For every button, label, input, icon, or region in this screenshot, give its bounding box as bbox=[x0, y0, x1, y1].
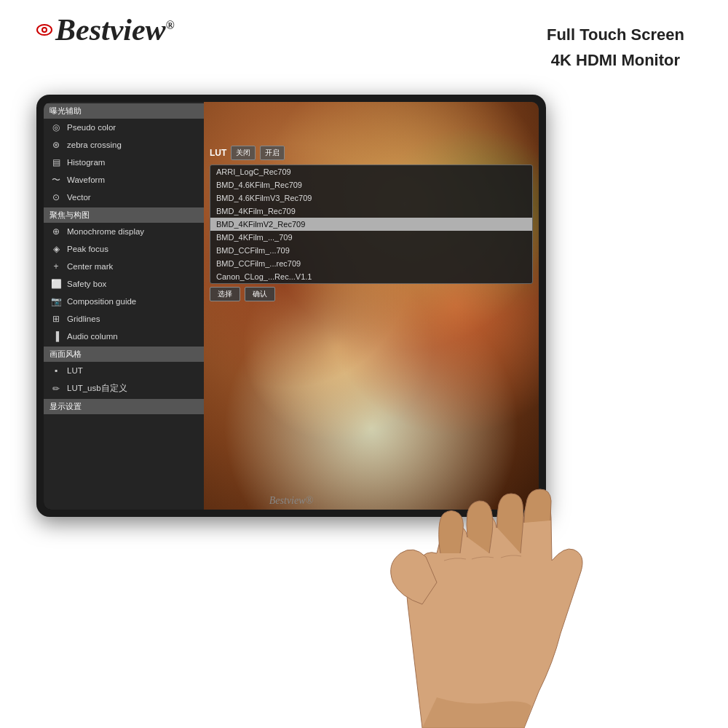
lut-item-4[interactable]: BMD_4KFilmV2_Rec709 bbox=[210, 218, 532, 231]
menu-item-gridlines[interactable]: ⊞ Gridlines bbox=[44, 310, 204, 328]
pseudo-color-icon: ◎ bbox=[51, 122, 61, 132]
lut-item-1[interactable]: BMD_4.6KFilm_Rec709 bbox=[210, 178, 532, 191]
lut-item-5[interactable]: BMD_4KFilm_..._709 bbox=[210, 231, 532, 244]
safety-box-icon: ⬜ bbox=[51, 279, 61, 289]
vector-icon: ⊙ bbox=[51, 192, 61, 202]
menu-item-zebra[interactable]: ⊛ zebra crossing bbox=[44, 136, 204, 154]
monitor-body: 曝光辅助 ◎ Pseudo color ⊛ zebra crossing ▤ H… bbox=[36, 95, 546, 517]
svg-point-2 bbox=[43, 28, 46, 31]
menu-item-peak-focus[interactable]: ◈ Peak focus bbox=[44, 240, 204, 258]
lut-overlay-panel: LUT 关闭 开启 ARRI_LogC_Rec709 BMD_4.6KFilm_… bbox=[204, 142, 539, 305]
waveform-icon: 〜 bbox=[51, 175, 61, 185]
menu-section-exposure: 曝光辅助 bbox=[44, 103, 204, 119]
audio-icon: ▐ bbox=[51, 331, 61, 341]
monochrome-icon: ⊕ bbox=[51, 226, 61, 237]
menu-section-focus: 聚焦与构图 bbox=[44, 207, 204, 223]
lut-icon: ▪ bbox=[51, 365, 61, 376]
product-description: Full Touch Screen 4K HDMI Monitor bbox=[547, 22, 684, 73]
lut-confirm-button[interactable]: 确认 bbox=[245, 287, 275, 301]
menu-section-display: 显示设置 bbox=[44, 399, 204, 414]
menu-item-pseudo-color[interactable]: ◎ Pseudo color bbox=[44, 119, 204, 136]
product-line1: Full Touch Screen bbox=[547, 22, 684, 47]
lut-panel-label: LUT bbox=[210, 148, 226, 158]
monitor-brand-label: Bestview® bbox=[269, 495, 313, 507]
lut-item-6[interactable]: BMD_CCFilm_...709 bbox=[210, 244, 532, 257]
lut-off-button[interactable]: 关闭 bbox=[231, 146, 256, 160]
lut-usb-icon: ✏ bbox=[51, 384, 61, 394]
monitor-container: 曝光辅助 ◎ Pseudo color ⊛ zebra crossing ▤ H… bbox=[36, 95, 546, 517]
lut-select-button[interactable]: 选择 bbox=[210, 287, 240, 301]
menu-item-safety-box[interactable]: ⬜ Safety box bbox=[44, 275, 204, 293]
brand-name: Bestview® bbox=[55, 15, 175, 45]
lut-on-button[interactable]: 开启 bbox=[260, 146, 285, 160]
lut-item-0[interactable]: ARRI_LogC_Rec709 bbox=[210, 165, 532, 178]
menu-item-composition[interactable]: 📷 Composition guide bbox=[44, 293, 204, 310]
eye-icon bbox=[36, 23, 52, 36]
lut-item-2[interactable]: BMD_4.6KFilmV3_Rec709 bbox=[210, 191, 532, 205]
menu-item-lut-usb[interactable]: ✏ LUT_usb自定义 bbox=[44, 379, 204, 397]
lut-item-7[interactable]: BMD_CCFilm_...rec709 bbox=[210, 257, 532, 270]
menu-item-audio[interactable]: ▐ Audio column bbox=[44, 328, 204, 345]
content-area: LUT 关闭 开启 ARRI_LogC_Rec709 BMD_4.6KFilm_… bbox=[204, 102, 539, 510]
menu-panel: 曝光辅助 ◎ Pseudo color ⊛ zebra crossing ▤ H… bbox=[44, 102, 204, 510]
composition-icon: 📷 bbox=[51, 296, 61, 306]
menu-item-vector[interactable]: ⊙ Vector bbox=[44, 189, 204, 206]
lut-list: ARRI_LogC_Rec709 BMD_4.6KFilm_Rec709 BMD… bbox=[210, 165, 533, 284]
menu-item-waveform[interactable]: 〜 Waveform bbox=[44, 171, 204, 189]
gridlines-icon: ⊞ bbox=[51, 314, 61, 324]
product-line2: 4K HDMI Monitor bbox=[547, 47, 684, 73]
menu-item-histogram[interactable]: ▤ Histogram bbox=[44, 154, 204, 171]
menu-item-lut[interactable]: ▪ LUT bbox=[44, 362, 204, 379]
zebra-icon: ⊛ bbox=[51, 140, 61, 150]
center-mark-icon: + bbox=[51, 261, 61, 272]
lut-action-row: 选择 确认 bbox=[210, 287, 533, 301]
menu-section-style: 画面风格 bbox=[44, 347, 204, 362]
menu-item-monochrome[interactable]: ⊕ Monochrome display bbox=[44, 223, 204, 240]
menu-item-center-mark[interactable]: + Center mark bbox=[44, 258, 204, 275]
logo-top: Bestview® bbox=[36, 15, 175, 45]
lut-item-3[interactable]: BMD_4KFilm_Rec709 bbox=[210, 205, 532, 218]
histogram-icon: ▤ bbox=[51, 157, 61, 167]
peak-focus-icon: ◈ bbox=[51, 244, 61, 254]
monitor-screen: 曝光辅助 ◎ Pseudo color ⊛ zebra crossing ▤ H… bbox=[44, 102, 539, 510]
lut-item-8[interactable]: Canon_CLog_...Rec...V1.1 bbox=[210, 270, 532, 283]
